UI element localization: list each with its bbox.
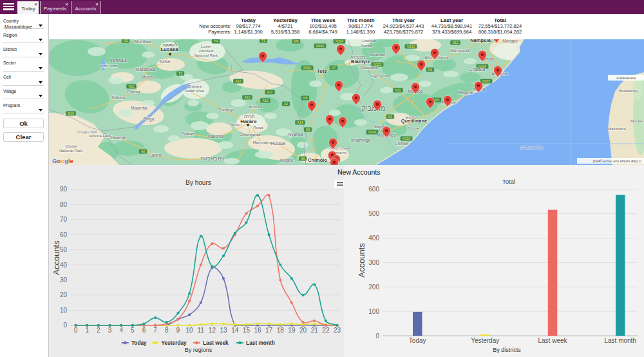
- svg-text:Regone: Regone: [459, 90, 473, 95]
- svg-text:Ocone: Ocone: [408, 126, 419, 130]
- svg-text:10: 10: [60, 307, 68, 314]
- svg-text:Yesterday: Yesterday: [471, 337, 499, 344]
- svg-text:T2: T2: [178, 72, 182, 75]
- svg-text:Ngongola: Ngongola: [371, 74, 388, 78]
- svg-text:M9: M9: [294, 39, 299, 43]
- svg-text:20: 20: [299, 327, 307, 334]
- svg-text:Rusape: Rusape: [271, 141, 286, 146]
- svg-text:6: 6: [142, 327, 146, 334]
- svg-text:Last week: Last week: [203, 340, 229, 346]
- svg-text:30: 30: [60, 276, 68, 284]
- svg-text:7: 7: [153, 327, 157, 334]
- svg-text:60: 60: [60, 231, 68, 238]
- svg-text:N304: N304: [336, 39, 343, 43]
- svg-text:By districts: By districts: [493, 347, 521, 353]
- svg-text:Zomba: Zomba: [361, 44, 373, 48]
- svg-text:Chikwawa: Chikwawa: [360, 66, 378, 70]
- svg-text:N1: N1: [428, 68, 433, 72]
- svg-text:Today: Today: [409, 337, 426, 344]
- svg-text:Chimoio: Chimoio: [308, 157, 327, 163]
- svg-text:Chobe: Chobe: [65, 144, 77, 148]
- svg-text:70: 70: [60, 216, 68, 223]
- svg-text:18: 18: [277, 327, 285, 334]
- svg-text:Mwambo: Mwambo: [370, 53, 386, 57]
- svg-text:A12: A12: [245, 95, 251, 99]
- svg-text:Total: Total: [502, 178, 515, 185]
- svg-text:A13: A13: [263, 99, 269, 102]
- svg-text:90: 90: [60, 186, 68, 193]
- svg-text:2024© תנאי שימוש AfriGIS (Pty): 2024© תנאי שימוש AfriGIS (Pty) Lt: [592, 159, 641, 163]
- svg-text:A14: A14: [298, 121, 303, 124]
- svg-text:80: 80: [60, 201, 68, 208]
- svg-text:By hours: By hours: [185, 179, 211, 186]
- svg-text:500: 500: [368, 210, 379, 217]
- svg-text:בלנטיירה: בלנטיירה: [351, 55, 366, 59]
- svg-text:By regions: By regions: [185, 347, 213, 353]
- svg-text:2: 2: [97, 327, 100, 334]
- svg-text:Kadoma: Kadoma: [208, 134, 224, 139]
- svg-text:A8: A8: [141, 150, 145, 153]
- svg-text:Chinde: Chinde: [395, 141, 408, 146]
- svg-text:Choma: Choma: [127, 90, 140, 94]
- svg-text:N13: N13: [452, 41, 458, 44]
- svg-text:14: 14: [231, 327, 239, 334]
- svg-text:0: 0: [74, 327, 78, 334]
- svg-text:Last week: Last week: [538, 337, 567, 344]
- svg-text:T1: T1: [261, 39, 265, 43]
- svg-text:N9: N9: [306, 128, 310, 131]
- svg-text:Harare: Harare: [240, 119, 257, 124]
- svg-text:Maintirano: Maintirano: [608, 127, 627, 131]
- svg-text:Maamba: Maamba: [131, 106, 147, 110]
- svg-text:Besalampy: Besalampy: [619, 89, 638, 93]
- svg-text:Last month: Last month: [246, 340, 275, 346]
- svg-text:N1: N1: [388, 115, 393, 119]
- svg-text:1: 1: [85, 327, 89, 334]
- svg-text:Victoria Falls: Victoria Falls: [89, 134, 111, 138]
- svg-text:10: 10: [186, 327, 194, 334]
- svg-text:National Park: National Park: [59, 149, 83, 153]
- svg-text:Mutare: Mutare: [280, 158, 294, 162]
- svg-text:Lower: Lower: [201, 44, 211, 48]
- svg-text:N103: N103: [407, 44, 415, 48]
- svg-text:17: 17: [265, 327, 273, 334]
- svg-text:Bindura: Bindura: [249, 105, 263, 109]
- svg-text:N11: N11: [395, 88, 401, 92]
- svg-text:21: 21: [311, 327, 319, 334]
- svg-text:Nampula: Nampula: [470, 39, 491, 43]
- svg-text:מפלי ויקטוריה: מפלי ויקטוריה: [77, 130, 97, 134]
- svg-text:Yesterday: Yesterday: [162, 340, 187, 346]
- svg-text:23: 23: [334, 327, 341, 334]
- svg-text:Last month: Last month: [604, 337, 636, 344]
- svg-text:N7: N7: [332, 66, 336, 70]
- svg-text:200: 200: [368, 284, 379, 291]
- svg-text:Charara: Charara: [187, 84, 202, 88]
- svg-text:600: 600: [368, 186, 379, 193]
- svg-text:Marondera: Marondera: [252, 140, 272, 144]
- svg-text:קלימאן: קלימאן: [405, 115, 417, 120]
- svg-text:15: 15: [243, 327, 251, 334]
- svg-text:19: 19: [288, 327, 296, 334]
- svg-text:Nyanga: Nyanga: [289, 132, 303, 137]
- svg-text:N301: N301: [303, 66, 311, 70]
- svg-text:N309: N309: [368, 130, 376, 134]
- svg-text:Monapo: Monapo: [502, 39, 518, 44]
- svg-text:N6: N6: [301, 157, 305, 160]
- svg-text:9: 9: [176, 327, 180, 334]
- svg-text:Inhaminga: Inhaminga: [351, 138, 371, 143]
- svg-text:A11: A11: [267, 90, 273, 94]
- svg-text:Murrupula: Murrupula: [450, 48, 469, 53]
- svg-text:Mumbwa: Mumbwa: [135, 39, 152, 44]
- svg-text:300: 300: [368, 259, 379, 266]
- svg-text:Zambezi: Zambezi: [198, 49, 213, 53]
- svg-text:400: 400: [368, 235, 379, 242]
- svg-text:11: 11: [198, 327, 205, 334]
- svg-text:Gokwe: Gokwe: [182, 131, 195, 136]
- svg-text:זימבאבווה: זימבאבווה: [200, 155, 225, 162]
- svg-text:3: 3: [108, 327, 112, 334]
- svg-text:Lupane: Lupane: [148, 153, 162, 158]
- svg-text:Norton: Norton: [230, 122, 242, 126]
- svg-text:5: 5: [131, 327, 135, 334]
- svg-text:20: 20: [60, 291, 68, 298]
- svg-text:Accounts: Accounts: [357, 243, 366, 278]
- svg-text:Accounts: Accounts: [52, 240, 61, 275]
